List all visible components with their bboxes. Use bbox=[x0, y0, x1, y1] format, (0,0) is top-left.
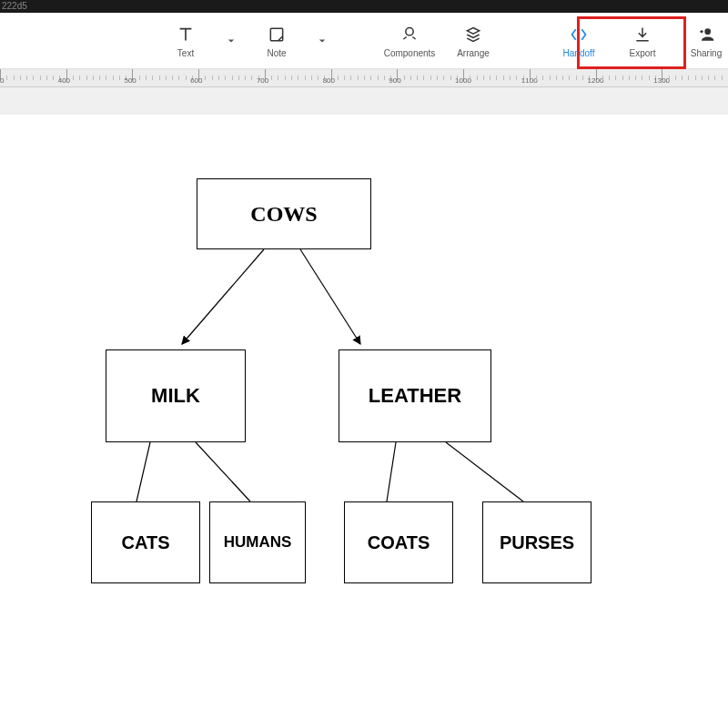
diagram-node-milk[interactable]: MILK bbox=[106, 349, 246, 442]
title-text: 222d5 bbox=[2, 1, 27, 11]
svg-point-1 bbox=[704, 28, 711, 35]
arrange-button[interactable]: Arrange bbox=[451, 24, 495, 58]
components-icon bbox=[399, 24, 420, 46]
canvas[interactable]: COWS MILK LEATHER CATS HUMANS COATS PURS… bbox=[0, 115, 728, 719]
svg-line-5 bbox=[196, 442, 250, 501]
canvas-area[interactable]: COWS MILK LEATHER CATS HUMANS COATS PURS… bbox=[0, 87, 728, 719]
svg-line-6 bbox=[387, 442, 396, 501]
diagram-node-leather[interactable]: LEATHER bbox=[339, 349, 491, 442]
svg-line-7 bbox=[446, 442, 523, 501]
diagram-node-humans[interactable]: HUMANS bbox=[209, 501, 306, 583]
note-tool-label: Note bbox=[267, 48, 286, 58]
diagram-node-cows[interactable]: COWS bbox=[197, 178, 371, 249]
text-tool-dropdown[interactable] bbox=[228, 37, 235, 45]
sharing-icon bbox=[695, 24, 717, 46]
sharing-label: Sharing bbox=[691, 48, 722, 58]
window-titlebar: 222d5 bbox=[0, 0, 728, 13]
text-tool-button[interactable]: Text bbox=[164, 24, 207, 58]
note-tool-dropdown[interactable] bbox=[318, 37, 326, 45]
diagram-node-cats[interactable]: CATS bbox=[91, 501, 200, 583]
svg-line-3 bbox=[300, 249, 360, 344]
export-button[interactable]: Export bbox=[621, 24, 664, 58]
text-icon bbox=[175, 24, 197, 46]
handoff-label: Handoff bbox=[563, 48, 595, 58]
components-button[interactable]: Components bbox=[388, 24, 431, 58]
note-icon bbox=[266, 24, 288, 46]
export-icon bbox=[632, 24, 653, 46]
export-label: Export bbox=[630, 48, 656, 58]
arrange-label: Arrange bbox=[457, 48, 490, 58]
handoff-button[interactable]: Handoff bbox=[557, 24, 601, 58]
components-label: Components bbox=[384, 48, 436, 58]
diagram-node-coats[interactable]: COATS bbox=[344, 501, 453, 583]
horizontal-ruler: 3004005006007008009001000110012001300 bbox=[0, 69, 728, 87]
toolbar: Text Note Components Arrange Handoff bbox=[0, 13, 728, 69]
handoff-icon bbox=[568, 24, 590, 46]
svg-line-2 bbox=[182, 249, 264, 344]
diagram-node-purses[interactable]: PURSES bbox=[482, 501, 592, 583]
svg-line-4 bbox=[136, 442, 150, 501]
arrange-icon bbox=[462, 24, 484, 46]
note-tool-button[interactable]: Note bbox=[255, 24, 298, 58]
sharing-button[interactable]: Sharing bbox=[684, 24, 728, 58]
text-tool-label: Text bbox=[177, 48, 194, 58]
